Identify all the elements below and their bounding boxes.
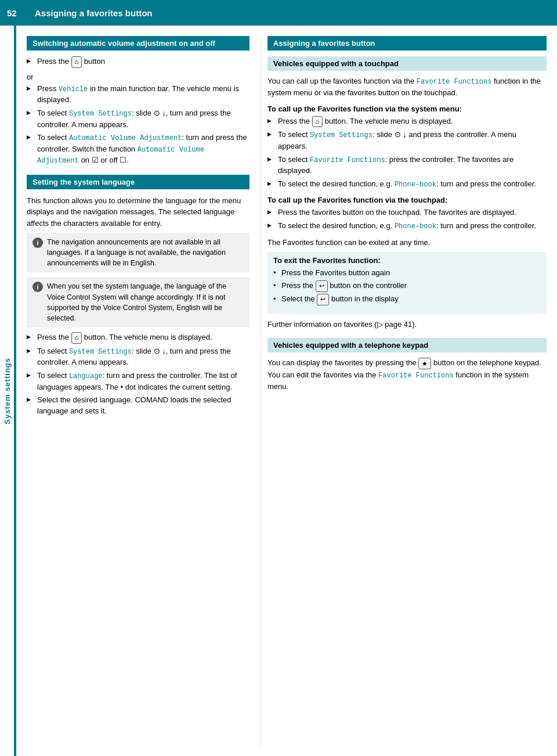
section-system-language: Setting the system language This functio… [27, 175, 249, 417]
auto-vol-mono-1: Automatic Volume Adjust­ment [69, 134, 182, 142]
via-touchpad-steps: Press the favorites button on the touchp… [267, 207, 547, 232]
favorite-functions-mono-2: Favorite Functions [378, 372, 454, 380]
phonebook-mono-1: Phone–book [395, 181, 436, 189]
telephone-keypad-header: Vehicles equipped with a telephone keypa… [267, 338, 547, 352]
auto-volume-steps-2: Press Vehicle in the main function bar. … [27, 84, 249, 167]
favorite-functions-mono-1: Favorite Functions [417, 78, 492, 86]
vehicle-button-icon-2: ⌂ [71, 332, 82, 344]
step-select-desired-language: Select the desired language. COMAND load… [27, 395, 249, 417]
via-system-menu-steps: Press the ⌂ button. The vehicle menu is … [267, 116, 547, 190]
touchpad-intro: You can call up the favorites function v… [267, 75, 547, 99]
side-label: System settings [3, 358, 12, 424]
step-press-vehicle: Press Vehicle in the main function bar. … [27, 84, 249, 106]
system-language-header: Setting the system language [27, 175, 249, 189]
step-select-sys-settings-right: To select System Settings: slide ⊙ ↓ and… [267, 129, 547, 152]
exit-item-1: Press the Favorites button again [273, 268, 541, 279]
step-press-button-right: Press the ⌂ button. The vehicle menu is … [267, 116, 547, 128]
step-press-button: Press the ⌂ button [27, 56, 249, 68]
exit-favorites-box: To exit the Favorites function: Press th… [267, 252, 547, 314]
exit-item-2: Press the ↩ button on the controller [273, 280, 541, 292]
header-bar: 52 Assigning a favorites button [0, 0, 557, 26]
touchpad-subheader-text: Vehicles equipped with a touchpad [273, 59, 399, 68]
info-box-1: i The navigation announcements are not a… [27, 233, 249, 272]
further-info-text: Further information on favorites (▷ page… [267, 319, 547, 330]
star-button-icon: ★ [418, 358, 431, 370]
system-settings-mono-right: System Settings [310, 131, 372, 139]
via-system-menu-title: To call up the Favorites function via th… [267, 105, 547, 113]
info-icon-1: i [32, 237, 43, 248]
section-telephone-keypad: Vehicles equipped with a telephone keypa… [267, 338, 547, 392]
auto-vol-mono-2: Automatic Volume Adjustment [37, 146, 204, 165]
left-column: Switching automatic volume adjustment on… [16, 36, 260, 746]
favorites-button-header: Assigning a favorites button [267, 36, 547, 51]
right-column: Assigning a favorites button Vehicles eq… [260, 36, 557, 746]
step-select-desired-function-1: To select the desired function, e.g. Pho… [267, 179, 547, 190]
info-text-1: The navigation announcements are not ava… [47, 237, 244, 268]
step-select-fav-functions: To select Favorite Functions: press the … [267, 154, 547, 177]
vehicle-button-icon: ⌂ [71, 56, 82, 68]
main-layout: System settings Switching automatic volu… [0, 26, 557, 756]
language-mono: Language [69, 372, 103, 380]
info-text-2: When you set the system language, the la… [47, 281, 244, 323]
system-language-header-text: Setting the system language [32, 178, 135, 186]
vehicle-mono: Vehicle [59, 85, 88, 93]
step-select-auto-vol: To select Automatic Volume Adjust­ment: … [27, 132, 249, 166]
step-select-desired-function-2: To select the desired function, e.g. Pho… [267, 221, 547, 232]
exit-favorites-list: Press the Favorites button again Press t… [273, 268, 541, 305]
auto-volume-header: Switching automatic volume adjustment on… [27, 36, 249, 51]
header-title: Assigning a favorites button [35, 8, 153, 18]
back-button-icon-2: ↩ [317, 294, 329, 305]
favorites-button-header-text: Assigning a favorites button [273, 39, 375, 48]
vehicle-button-icon-right: ⌂ [312, 116, 323, 128]
step-select-system-settings-2: To select System Settings: slide ⊙ ↓, tu… [27, 346, 249, 368]
fav-functions-mono: Favorite Functions [310, 156, 385, 164]
info-icon-2: i [32, 282, 43, 292]
exit-item-3: Select the ↩ button in the display [273, 294, 541, 305]
system-settings-mono-2: System Settings [69, 348, 132, 356]
section-favorites-button: Assigning a favorites button Vehicles eq… [267, 36, 547, 330]
side-label-column: System settings [0, 26, 16, 756]
step-select-system-settings-1: To select System Settings: slide ⊙ ↓, tu… [27, 108, 249, 130]
exit-any-time-text: The Favorites function can be exited at … [267, 237, 547, 249]
section-auto-volume: Switching automatic volume adjustment on… [27, 36, 249, 167]
via-touchpad-title: To call up the Favorites function via th… [267, 196, 547, 204]
system-language-intro: This function allows you to determine th… [27, 195, 249, 229]
back-button-icon-1: ↩ [316, 280, 328, 292]
phonebook-mono-2: Phone–book [395, 222, 436, 231]
telephone-keypad-header-text: Vehicles equipped with a telephone keypa… [273, 341, 428, 350]
content-area: Switching automatic volume adjustment on… [16, 26, 557, 756]
page-number: 52 [7, 8, 24, 18]
step-press-fav-button: Press the favorites button on the touchp… [267, 207, 547, 218]
touchpad-subheader: Vehicles equipped with a touchpad [267, 56, 547, 71]
exit-favorites-title: To exit the Favorites function: [273, 256, 541, 265]
telephone-keypad-text: You can display the favorites by pressin… [267, 357, 547, 392]
or-divider: or [27, 73, 249, 81]
step-press-button-2: Press the ⌂ button. The vehicle menu is … [27, 332, 249, 344]
system-settings-mono-1: System Settings [69, 110, 132, 118]
auto-volume-steps: Press the ⌂ button [27, 56, 249, 68]
step-select-language: To select Language: turn and press the c… [27, 370, 249, 393]
info-box-2: i When you set the system language, the … [27, 277, 249, 327]
language-steps: Press the ⌂ button. The vehicle menu is … [27, 332, 249, 417]
